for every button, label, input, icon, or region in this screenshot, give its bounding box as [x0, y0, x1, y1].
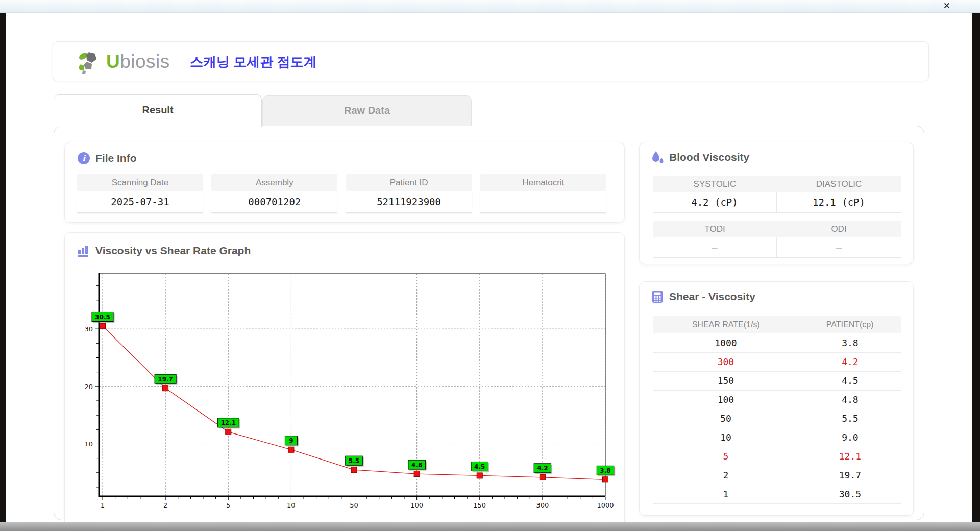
- chart-data-point: [100, 323, 106, 329]
- field-value: 52111923900: [346, 191, 472, 213]
- graph-title: Viscosity vs Shear Rate Graph: [77, 244, 251, 257]
- graph-card: Viscosity vs Shear Rate Graph 1251050100…: [64, 232, 625, 531]
- file-info-field: Patient ID52111923900: [346, 174, 472, 213]
- shear-rate-cell: 1000: [653, 333, 799, 352]
- chart-data-point: [477, 473, 482, 478]
- ubiosis-logo: Ubiosis: [77, 49, 170, 75]
- bv-metric-value: –: [653, 237, 777, 258]
- table-row: 130.5: [653, 485, 901, 503]
- shear-rate-cell: 300: [653, 352, 799, 371]
- graph-title-text: Viscosity vs Shear Rate Graph: [95, 245, 251, 257]
- window-titlebar: ✕: [0, 0, 980, 13]
- chart-x-tick-label: 50: [350, 501, 358, 509]
- file-info-field: Scanning Date2025-07-31: [77, 174, 203, 213]
- chart-data-point: [226, 429, 231, 435]
- chart-y-tick-label: 10: [84, 440, 93, 448]
- chart-x-tick-label: 10: [287, 501, 296, 509]
- bv-metric-label: SYSTOLIC: [653, 176, 777, 192]
- app-header: Ubiosis 스캐닝 모세관 점도계: [53, 41, 929, 81]
- field-label: Scanning Date: [77, 174, 203, 191]
- chart-point-label: 4.2: [537, 465, 548, 472]
- bv-metric-value: –: [777, 237, 901, 258]
- table-row: 512.1: [653, 447, 901, 466]
- droplets-icon: [651, 151, 664, 164]
- chart-data-point: [163, 385, 168, 391]
- bv-value-row: 4.2 (cP)12.1 (cP): [653, 192, 901, 213]
- logo-text: Ubiosis: [106, 51, 170, 73]
- patient-viscosity-cell: 30.5: [799, 485, 901, 503]
- table-row: 1504.5: [653, 371, 901, 390]
- app-title-korean: 스캐닝 모세관 점도계: [190, 53, 316, 71]
- chart-data-point: [414, 471, 420, 477]
- patient-viscosity-cell: 5.5: [799, 409, 901, 428]
- table-row: 1004.8: [653, 390, 901, 409]
- table-row: 109.0: [653, 428, 901, 447]
- chart-x-tick-label: 300: [536, 501, 549, 509]
- field-label: Patient ID: [346, 174, 472, 191]
- patient-viscosity-cell: 19.7: [799, 466, 901, 485]
- table-column-header: SHEAR RATE(1/s): [653, 316, 799, 333]
- file-info-field: Assembly000701202: [211, 174, 337, 213]
- file-info-title: i File Info: [77, 152, 137, 165]
- chart-point-label: 4.5: [474, 463, 485, 470]
- bv-metric-label: TODI: [653, 221, 777, 237]
- patient-viscosity-cell: 9.0: [799, 428, 901, 447]
- tab-result[interactable]: Result: [54, 94, 262, 127]
- info-icon: i: [77, 152, 90, 165]
- chart-data-point: [351, 467, 357, 473]
- bottom-window-edge: [0, 522, 980, 531]
- bv-metric-value: 4.2 (cP): [653, 192, 777, 213]
- calculator-icon: [651, 290, 664, 303]
- shear-rate-cell: 150: [653, 371, 799, 390]
- field-label: Assembly: [211, 174, 337, 191]
- chart-point-label: 4.8: [411, 462, 422, 469]
- field-value: 000701202: [211, 191, 337, 213]
- chart-point-label: 5.5: [349, 457, 359, 465]
- field-label: Hematocrit: [480, 174, 606, 191]
- chart-x-tick-label: 1: [101, 501, 105, 509]
- patient-viscosity-cell: 3.8: [799, 333, 901, 352]
- app-window: Ubiosis 스캐닝 모세관 점도계 Result Raw Data i Fi…: [6, 13, 972, 522]
- bv-metric-label: DIASTOLIC: [777, 176, 901, 192]
- bv-metric-label: ODI: [777, 221, 901, 237]
- chart-x-tick-label: 1000: [597, 501, 614, 509]
- chart-point-label: 19.7: [158, 376, 173, 383]
- blood-viscosity-title-text: Blood Viscosity: [669, 151, 749, 163]
- table-row: 10003.8: [653, 333, 901, 352]
- file-info-card: i File Info Scanning Date2025-07-31Assem…: [64, 142, 625, 223]
- chart-x-tick-label: 2: [163, 501, 167, 509]
- table-row: 505.5: [653, 409, 901, 428]
- table-row: 219.7: [653, 466, 901, 485]
- chart-data-point: [603, 477, 608, 482]
- chart-x-tick-label: 5: [226, 501, 230, 509]
- ubiosis-logo-icon: [77, 49, 103, 75]
- shear-viscosity-card: Shear - Viscosity SHEAR RATE(1/s)PATIENT…: [639, 281, 914, 516]
- bv-metric-group: SYSTOLICDIASTOLIC4.2 (cP)12.1 (cP): [653, 176, 901, 213]
- bv-value-row: ––: [653, 237, 901, 258]
- close-icon[interactable]: ✕: [943, 1, 950, 12]
- chart-data-point: [288, 447, 294, 452]
- field-value: 2025-07-31: [77, 191, 203, 213]
- bar-chart-icon: [77, 244, 90, 257]
- patient-viscosity-cell: 4.5: [799, 371, 901, 390]
- chart-point-label: 30.5: [95, 313, 110, 321]
- bv-header-row: SYSTOLICDIASTOLIC: [653, 176, 901, 192]
- shear-rate-cell: 2: [653, 466, 799, 485]
- chart-y-tick-label: 30: [84, 325, 93, 333]
- table-column-header: PATIENT(cp): [799, 316, 901, 333]
- shear-viscosity-table: SHEAR RATE(1/s)PATIENT(cp) 10003.83004.2…: [653, 316, 901, 504]
- shear-rate-cell: 1: [653, 485, 799, 503]
- field-value: [480, 191, 606, 213]
- patient-viscosity-cell: 4.8: [799, 390, 901, 409]
- bv-header-row: TODIODI: [653, 221, 901, 237]
- tab-raw-data[interactable]: Raw Data: [262, 95, 472, 126]
- file-info-title-text: File Info: [95, 152, 137, 164]
- shear-viscosity-title: Shear - Viscosity: [651, 290, 755, 303]
- chart-point-label: 3.8: [600, 467, 610, 474]
- patient-viscosity-cell: 12.1: [799, 447, 901, 466]
- shear-rate-cell: 50: [653, 409, 799, 428]
- bv-metric-group: TODIODI––: [653, 221, 901, 258]
- patient-viscosity-cell: 4.2: [799, 352, 901, 371]
- chart-point-label: 12.1: [220, 419, 236, 426]
- shear-viscosity-title-text: Shear - Viscosity: [669, 291, 755, 303]
